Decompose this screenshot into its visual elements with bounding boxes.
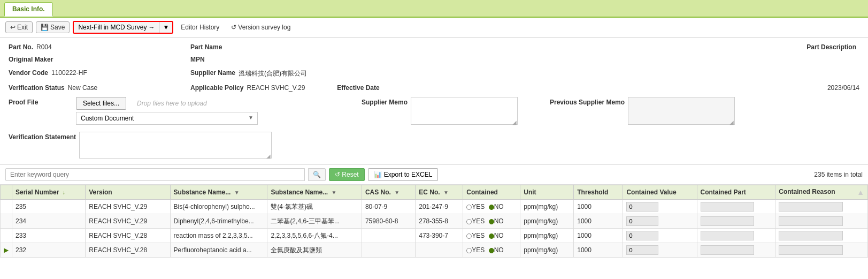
col-substance-name-en[interactable]: Substance Name... ▼: [170, 185, 267, 200]
verification-status-value: New Case: [68, 82, 97, 92]
col-expand: [1, 185, 12, 200]
cell-threshold: 1000: [574, 200, 623, 214]
col-contained-part-label: Contained Part: [701, 188, 746, 196]
contained-value-input[interactable]: [626, 245, 658, 255]
applicable-policy-value: REACH SVHC_V.29: [247, 82, 305, 92]
contained-yes-radio[interactable]: YES: [466, 246, 486, 254]
table-row: ▶ 232 REACH SVHC_V.28 Perfluoroheptanoic…: [1, 243, 868, 258]
cell-contained-reason: [775, 243, 868, 258]
export-button[interactable]: 📊 Export to EXCEL: [368, 168, 439, 181]
contained-yes-radio[interactable]: YES: [466, 217, 486, 225]
vendor-code-value: 1100222-HF: [51, 67, 87, 77]
cell-contained-value: [623, 243, 697, 258]
version-survey-log-button[interactable]: ↺ Version survey log: [227, 22, 295, 33]
cell-contained-part: [697, 229, 775, 243]
contained-part-input[interactable]: [701, 231, 754, 240]
cell-contained: YES NO: [463, 214, 520, 229]
tab-bar: Basic Info.: [0, 0, 868, 18]
col-version: Version: [86, 185, 170, 200]
contained-yes-radio[interactable]: YES: [466, 203, 486, 210]
next-fill-arrow-icon: →: [148, 24, 155, 31]
cell-version: REACH SVHC_V.28: [86, 229, 170, 243]
contained-part-input[interactable]: [701, 202, 754, 212]
substance-name-cn-filter-icon[interactable]: ▼: [331, 190, 336, 195]
exit-icon: ↩: [10, 24, 16, 31]
contained-part-input[interactable]: [701, 245, 754, 255]
col-ec-no-label: EC No.: [419, 188, 440, 196]
col-cas-no[interactable]: CAS No. ▼: [362, 185, 415, 200]
total-count: 235 items in total: [814, 171, 863, 178]
col-threshold-label: Threshold: [577, 188, 608, 196]
cell-unit: ppm(mg/kg): [520, 229, 574, 243]
effective-date-label: Effective Date: [337, 82, 379, 92]
cell-contained-reason: [775, 200, 868, 214]
scrollbar-indicator: ▲: [857, 188, 864, 197]
contained-reason-input[interactable]: [779, 231, 843, 240]
reset-button[interactable]: ↺ Reset: [329, 168, 365, 181]
supplier-name-label: Supplier Name: [190, 67, 235, 77]
drop-zone-label: Drop files here to upload: [130, 97, 213, 109]
next-fill-button[interactable]: Next-Fill in MCD Survey →: [74, 22, 159, 33]
table-toolbar: 🔍 ↺ Reset 📊 Export to EXCEL 235 items in…: [0, 164, 868, 185]
next-fill-dropdown-button[interactable]: ▼: [159, 22, 172, 33]
editor-history-button[interactable]: Editor History: [176, 22, 224, 33]
cell-threshold: 1000: [574, 243, 623, 258]
contained-value-input[interactable]: [626, 216, 658, 226]
contained-reason-input[interactable]: [779, 245, 843, 255]
row-expand-cell: [1, 229, 12, 243]
contained-reason-input[interactable]: [779, 216, 843, 226]
cell-threshold: 1000: [574, 214, 623, 229]
col-substance-name-cn[interactable]: Substance Name... ▼: [267, 185, 362, 200]
supplier-memo-textarea[interactable]: [411, 97, 518, 125]
cas-no-filter-icon[interactable]: ▼: [394, 190, 400, 195]
cell-version: REACH SVHC_V.28: [86, 243, 170, 258]
proof-file-label: Proof File: [9, 97, 73, 106]
contained-yes-radio[interactable]: YES: [466, 232, 486, 239]
contained-no-radio[interactable]: NO: [489, 217, 504, 225]
save-button[interactable]: 💾 Save: [36, 21, 70, 33]
version-log-label: Version survey log: [238, 24, 290, 31]
ec-no-filter-icon[interactable]: ▼: [443, 190, 449, 195]
exit-label: Exit: [17, 24, 28, 31]
tab-basic-info[interactable]: Basic Info.: [4, 2, 53, 17]
search-input[interactable]: [5, 168, 305, 181]
cell-serial-number: 233: [12, 229, 86, 243]
contained-part-input[interactable]: [701, 216, 754, 226]
exit-button[interactable]: ↩ Exit: [5, 21, 33, 33]
substance-name-en-filter-icon[interactable]: ▼: [234, 190, 240, 195]
col-serial-number[interactable]: Serial Number ↓: [12, 185, 86, 200]
serial-number-sort-icon[interactable]: ↓: [63, 190, 65, 195]
cell-contained-part: [697, 214, 775, 229]
contained-no-radio[interactable]: NO: [489, 246, 504, 254]
expand-arrow[interactable]: ▶: [4, 246, 9, 254]
col-ec-no[interactable]: EC No. ▼: [416, 185, 463, 200]
select-files-button[interactable]: Select files...: [76, 97, 126, 110]
mpn-label: MPN: [190, 54, 205, 63]
cell-contained-value: [623, 229, 697, 243]
col-substance-name-en-label: Substance Name...: [174, 188, 231, 196]
cell-contained-part: [697, 243, 775, 258]
cell-unit: ppm(mg/kg): [520, 243, 574, 258]
contained-reason-input[interactable]: [779, 202, 843, 212]
verification-statement-textarea[interactable]: [79, 132, 272, 159]
contained-value-input[interactable]: [626, 231, 658, 240]
table-row: 233 REACH SVHC_V.28 reaction mass of 2,2…: [1, 229, 868, 243]
version-log-icon: ↺: [231, 24, 236, 31]
contained-no-radio[interactable]: NO: [489, 203, 504, 210]
editor-history-label: Editor History: [181, 24, 219, 31]
col-threshold: Threshold: [574, 185, 623, 200]
col-contained-label: Contained: [466, 188, 498, 196]
col-contained: Contained: [463, 185, 520, 200]
contained-no-radio[interactable]: NO: [489, 232, 504, 239]
vendor-code-label: Vendor Code: [9, 67, 48, 77]
cell-serial-number: 232: [12, 243, 86, 258]
search-button[interactable]: 🔍: [308, 168, 326, 181]
previous-supplier-memo-textarea[interactable]: [628, 97, 735, 125]
custom-document-select[interactable]: Custom Document: [76, 112, 258, 125]
cell-contained-value: [623, 214, 697, 229]
col-unit-label: Unit: [524, 188, 536, 196]
cell-substance-name-cn: 全氟庚酸及其鹽類: [267, 243, 362, 258]
effective-date-value: 2023/06/14: [827, 82, 859, 92]
contained-value-input[interactable]: [626, 202, 658, 212]
col-serial-number-label: Serial Number: [16, 188, 59, 196]
